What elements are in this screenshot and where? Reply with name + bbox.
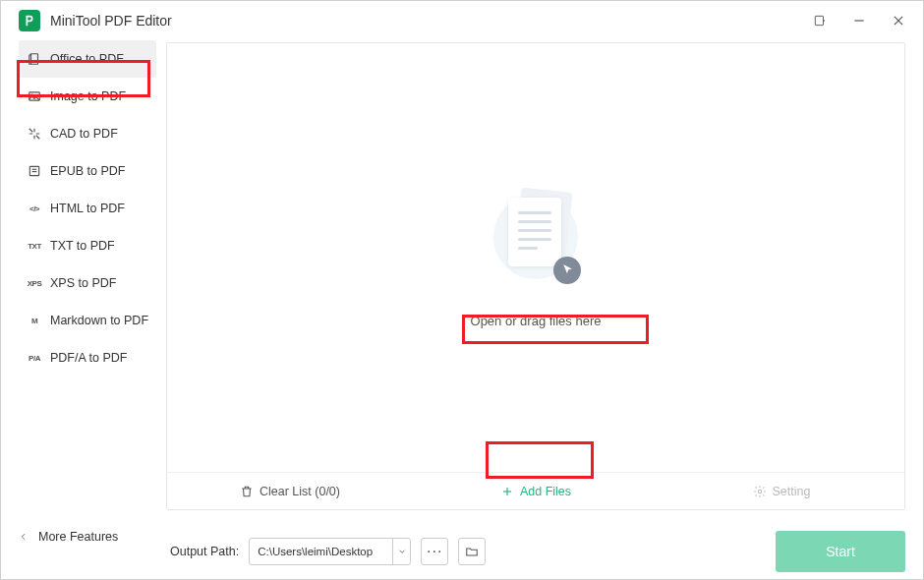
chevron-down-icon xyxy=(392,539,410,564)
output-path-value: C:\Users\leimi\Desktop xyxy=(250,546,392,557)
svg-rect-0 xyxy=(815,16,823,25)
sidebar-item-txt-to-pdf[interactable]: TXT TXT to PDF xyxy=(19,227,156,264)
markdown-icon: M xyxy=(27,313,42,328)
output-path-combo[interactable]: C:\Users\leimi\Desktop xyxy=(249,538,411,565)
xps-icon: XPS xyxy=(27,275,42,291)
image-icon xyxy=(27,88,42,104)
more-features-button[interactable]: More Features xyxy=(19,530,118,544)
sidebar-item-xps-to-pdf[interactable]: XPS XPS to PDF xyxy=(19,264,156,302)
setting-button[interactable]: Setting xyxy=(659,473,904,509)
clear-list-button[interactable]: Clear List (0/0) xyxy=(167,473,413,509)
more-features-label: More Features xyxy=(38,530,118,544)
titlebar: MiniTool PDF Editor xyxy=(1,1,923,40)
sidebar-item-label: TXT to PDF xyxy=(50,239,115,253)
sidebar-item-markdown-to-pdf[interactable]: M Markdown to PDF xyxy=(19,302,156,339)
setting-label: Setting xyxy=(773,485,811,498)
txt-icon: TXT xyxy=(27,238,42,254)
sidebar-item-label: CAD to PDF xyxy=(50,127,118,141)
office-icon xyxy=(27,51,42,67)
sidebar-item-label: HTML to PDF xyxy=(50,202,125,215)
plus-icon xyxy=(500,485,514,498)
trash-icon xyxy=(240,485,254,498)
html-icon: </> xyxy=(27,201,42,216)
main-panel: Open or drag files here Clear List (0/0)… xyxy=(166,42,905,510)
chevron-left-icon xyxy=(19,532,29,542)
sidebar: Office to PDF Image to PDF CAD to PDF EP… xyxy=(19,40,156,510)
add-files-label: Add Files xyxy=(520,485,571,498)
gear-icon xyxy=(753,485,767,498)
browse-path-button[interactable]: ··· xyxy=(421,538,448,565)
drop-zone[interactable]: Open or drag files here xyxy=(167,43,904,472)
drop-hint-text: Open or drag files here xyxy=(471,314,602,328)
svg-point-12 xyxy=(758,490,762,493)
sidebar-item-label: Image to PDF xyxy=(50,89,126,103)
clear-list-label: Clear List (0/0) xyxy=(260,485,340,498)
sidebar-item-cad-to-pdf[interactable]: CAD to PDF xyxy=(19,115,156,152)
app-title: MiniTool PDF Editor xyxy=(50,13,172,29)
folder-icon xyxy=(465,545,479,558)
sidebar-item-label: Markdown to PDF xyxy=(50,314,148,327)
close-button[interactable] xyxy=(884,6,913,35)
add-files-button[interactable]: Add Files xyxy=(413,473,659,509)
titlebar-action-button[interactable] xyxy=(805,6,835,35)
footer: Output Path: C:\Users\leimi\Desktop ··· … xyxy=(1,524,923,579)
sidebar-item-label: PDF/A to PDF xyxy=(50,351,128,365)
start-label: Start xyxy=(826,544,855,559)
sidebar-item-label: XPS to PDF xyxy=(50,276,116,290)
start-button[interactable]: Start xyxy=(776,531,905,572)
open-folder-button[interactable] xyxy=(458,538,486,565)
minimize-button[interactable] xyxy=(844,6,874,35)
sidebar-item-office-to-pdf[interactable]: Office to PDF xyxy=(19,40,156,78)
file-drop-illustration-icon xyxy=(489,188,583,286)
action-bar: Clear List (0/0) Add Files Setting xyxy=(167,472,904,509)
sidebar-item-pdfa-to-pdf[interactable]: P/A PDF/A to PDF xyxy=(19,339,156,377)
sidebar-item-label: Office to PDF xyxy=(50,52,124,66)
cad-icon xyxy=(27,126,42,142)
ellipsis-icon: ··· xyxy=(427,543,442,560)
svg-rect-4 xyxy=(31,54,38,65)
app-logo-icon xyxy=(19,10,40,31)
sidebar-item-html-to-pdf[interactable]: </> HTML to PDF xyxy=(19,190,156,227)
pdfa-icon: P/A xyxy=(27,350,42,366)
sidebar-item-epub-to-pdf[interactable]: EPUB to PDF xyxy=(19,152,156,190)
sidebar-item-image-to-pdf[interactable]: Image to PDF xyxy=(19,78,156,115)
app-window: MiniTool PDF Editor Office to PDF Image … xyxy=(0,0,924,580)
sidebar-item-label: EPUB to PDF xyxy=(50,164,125,178)
output-path-label: Output Path: xyxy=(170,545,239,558)
epub-icon xyxy=(27,163,42,179)
